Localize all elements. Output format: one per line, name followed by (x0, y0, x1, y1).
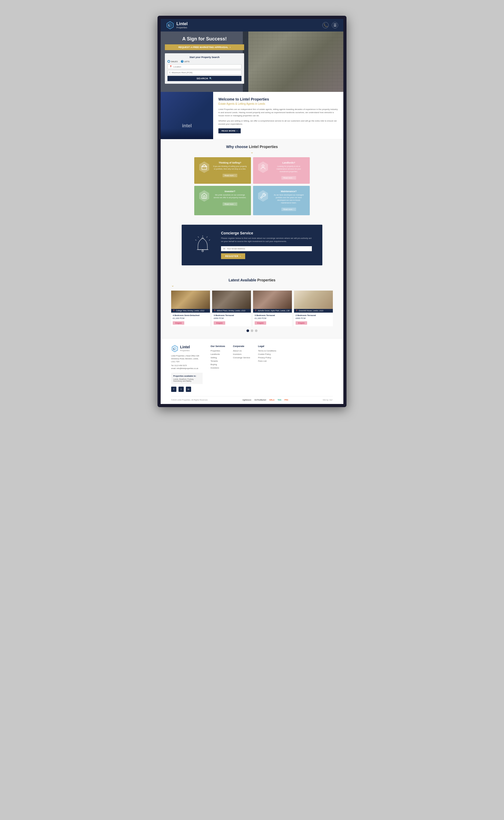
max-rent-input[interactable] (172, 71, 240, 74)
concierge-register-button[interactable]: REGISTER › (221, 253, 245, 259)
arrow-right-icon: › (240, 255, 241, 257)
landlords-card-content: Landlords? Looking for property to let o… (272, 161, 306, 180)
hero-background-image (243, 31, 343, 92)
welcome-section: Welcome to Lintel Properties Estate Agen… (161, 92, 343, 139)
svg-line-8 (207, 236, 207, 238)
location-input[interactable] (173, 66, 240, 68)
onthemarket-logo: OnTheMarket (254, 399, 266, 401)
twitter-icon[interactable]: t (179, 387, 184, 392)
landlords-icon-wrap (257, 161, 269, 173)
footer-bottom: ©2023 Lintel Properties. All Rights Rese… (171, 396, 333, 401)
footer-top: L Lintel Properties Lintel Properties | … (171, 345, 333, 392)
landlords-card-text: Looking for property to let or maintenan… (272, 165, 306, 173)
property-type-3: 2 Bedroom Terraced (296, 314, 331, 317)
footer-link-tenants[interactable]: Tenants (211, 360, 225, 362)
footer-link-investors[interactable]: Investors (233, 353, 250, 355)
concierge-content: Concierge Service Please register below … (221, 231, 312, 259)
footer-link-selling[interactable]: Selling (211, 356, 225, 359)
property-location-2: 📍 Ashville Grove, Hyde Park, Leeds, LS6 (253, 309, 292, 313)
nav-brand-sub: Properties (176, 26, 188, 29)
hero-overlay: A Sign for Success! REQUEST A FREE MARKE… (161, 31, 248, 92)
property-search-box: Start your Property Search SALES LETS (165, 53, 244, 84)
why-choose-section: Why choose Lintel Properties ⌄ (161, 139, 343, 220)
search-type-radios: SALES LETS (167, 60, 241, 63)
carousel-dot-3[interactable] (255, 329, 258, 332)
property-location-1: 📍 Milford Place, Armley, Leeds, LS13 (212, 309, 251, 313)
instagram-icon[interactable]: in (186, 387, 191, 392)
svg-point-5 (202, 250, 203, 252)
concierge-email-input[interactable] (227, 248, 279, 250)
carousel-dot-2[interactable] (251, 329, 253, 332)
property-enquire-button-3[interactable]: Enquire (296, 321, 307, 325)
hero-cta-button[interactable]: REQUEST A FREE MARKETING APPRAISAL › (165, 44, 244, 50)
footer-link-buying[interactable]: Buying (211, 363, 225, 366)
footer-partner-logos: rightmove OnTheMarket NRLA TDS PRS (243, 399, 288, 401)
landlords-read-more-button[interactable]: Read more › (281, 176, 296, 180)
property-image-0 (171, 291, 210, 309)
properties-section-title: Latest Available Properties (171, 278, 333, 282)
location-input-wrap: 📍 (167, 64, 241, 69)
location-pin-icon: 📍 (214, 310, 216, 312)
carousel-dot-1[interactable] (246, 329, 249, 332)
maintenance-card: Maintenance? As we have developed our ma… (253, 186, 310, 215)
footer-link-about[interactable]: About Us (233, 350, 250, 352)
arrow-right-icon: › (230, 46, 230, 49)
rent-input-wrap: £ (167, 70, 241, 75)
property-type-0: 4 Bedroom Semi-Detached (173, 314, 208, 317)
investor-read-more-button[interactable]: Read more › (223, 202, 238, 206)
footer-link-concierge[interactable]: Concierge Service (233, 356, 250, 359)
svg-text:L: L (173, 347, 175, 350)
read-more-button[interactable]: READ MORE › (218, 128, 241, 133)
footer-services-column: Our Services Properties Landlords Sellin… (211, 345, 225, 392)
property-enquire-button-1[interactable]: Enquire (214, 321, 225, 325)
maintenance-hex-icon (257, 190, 269, 202)
footer-link-cookie[interactable]: Cookie Policy (258, 353, 276, 355)
chevron-down-icon: ⌄ (171, 150, 333, 154)
selling-hex-icon (198, 161, 210, 173)
selling-card-text: If you are thinking of selling your prop… (213, 165, 247, 170)
maintenance-read-more-button[interactable]: Read more › (281, 208, 296, 211)
facebook-icon[interactable]: f (171, 387, 176, 392)
property-info-0: 4 Bedroom Semi-Detached £1,100 PCM Enqui… (171, 313, 210, 326)
property-image-2 (253, 291, 292, 309)
property-enquire-button-2[interactable]: Enquire (255, 321, 266, 325)
footer-legal-title: Legal (258, 345, 276, 348)
phone-icon[interactable]: 📞 (322, 22, 329, 28)
arrow-icon: › (293, 177, 294, 179)
nrla-logo: NRLA (269, 399, 274, 401)
svg-line-10 (209, 240, 210, 240)
tds-logo: TDS (278, 399, 281, 401)
footer-link-properties[interactable]: Properties (211, 350, 225, 352)
sales-radio[interactable]: SALES (167, 60, 178, 63)
maintenance-card-text: As we have developed our managed portfol… (272, 194, 306, 204)
nav-logo[interactable]: L Lintel Properties (166, 21, 188, 29)
property-type-2: 3 Bedroom Terraced (255, 314, 290, 317)
footer-copyright: ©2023 Lintel Properties. All Rights Rese… (171, 399, 208, 401)
menu-icon[interactable]: ☰ (332, 22, 338, 28)
lets-radio[interactable]: LETS (181, 60, 190, 63)
email-icon: ✉ (223, 247, 225, 250)
location-pin-icon: 📍 (296, 310, 298, 312)
hero-title: A Sign for Success! (182, 36, 227, 42)
pound-icon: £ (169, 71, 171, 74)
footer-link-landlords[interactable]: Landlords (211, 353, 225, 355)
footer-link-fees[interactable]: Fees List (258, 360, 276, 362)
footer-logo: L Lintel Properties (171, 345, 203, 352)
footer-link-investors[interactable]: Investors (211, 367, 225, 369)
property-card-3: 📍 Greenhill House, Leeds, LS13 2 Bedroom… (294, 291, 333, 326)
selling-card-title: Thinking of Selling? (213, 161, 247, 164)
arrow-icon: › (235, 203, 235, 205)
search-title: Start your Property Search (167, 56, 241, 59)
selling-read-more-button[interactable]: Read more › (223, 174, 238, 177)
welcome-content: Welcome to Lintel Properties Estate Agen… (213, 92, 343, 139)
navigation: L Lintel Properties 📞 ☰ (161, 19, 343, 31)
footer-link-terms[interactable]: Terms & Conditions (258, 350, 276, 352)
property-enquire-button-0[interactable]: Enquire (173, 321, 184, 325)
selling-icon-wrap (198, 161, 210, 173)
footer-brand: L Lintel Properties Lintel Properties | … (171, 345, 203, 392)
property-info-2: 3 Bedroom Terraced £1,100 PCM Enquire (253, 313, 292, 326)
hero-section: A Sign for Success! REQUEST A FREE MARKE… (161, 31, 343, 92)
nav-actions: 📞 ☰ (322, 22, 338, 28)
search-button[interactable]: SEARCH 🔍 (167, 76, 241, 81)
footer-link-privacy[interactable]: Privacy Policy (258, 356, 276, 359)
